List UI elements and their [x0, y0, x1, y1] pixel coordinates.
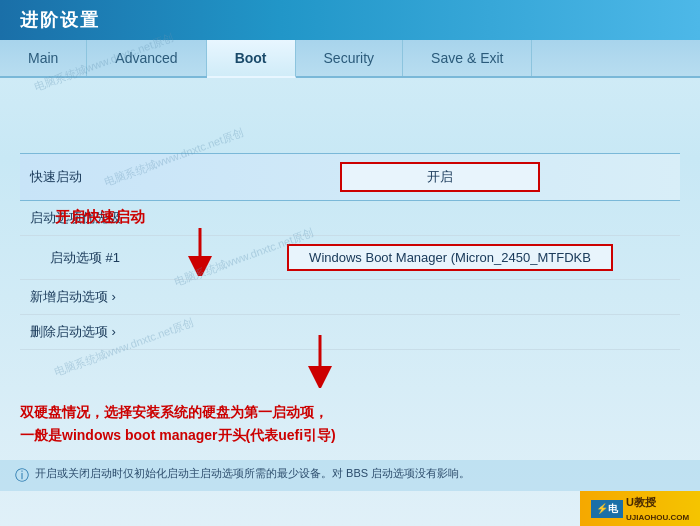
tab-advanced[interactable]: Advanced [87, 40, 206, 76]
info-icon: ⓘ [15, 467, 29, 485]
annotation-bottom-line2: 一般是windows boot manager开头(代表uefi引导) [20, 424, 336, 446]
content-area: 开启快速启动 快速启动 开启 启动选项优先级 [0, 78, 700, 365]
row-fast-boot[interactable]: 快速启动 开启 [20, 153, 680, 201]
row-delete-boot[interactable]: 删除启动选项 [20, 315, 680, 350]
tab-bar: Main Advanced Boot Security Save & Exit [0, 40, 700, 78]
logo-area: ⚡电 U教授UJIAOHOU.COM [580, 491, 700, 526]
arrow-boot-manager [300, 333, 340, 388]
logo-name: U教授UJIAOHOU.COM [626, 495, 689, 522]
value-box-fast-boot: 开启 [340, 162, 540, 192]
tab-save-exit[interactable]: Save & Exit [403, 40, 532, 76]
label-delete-boot: 删除启动选项 [30, 323, 210, 341]
tab-boot[interactable]: Boot [207, 40, 296, 78]
info-text: 开启或关闭启动时仅初始化启动主启动选项所需的最少设备。对 BBS 启动选项没有影… [35, 466, 470, 481]
value-boot-option1: Windows Boot Manager (Micron_2450_MTFDKB [230, 244, 670, 271]
row-add-boot[interactable]: 新增启动选项 [20, 280, 680, 315]
label-add-boot: 新增启动选项 [30, 288, 210, 306]
tab-security[interactable]: Security [296, 40, 404, 76]
page-title: 进阶设置 [20, 10, 100, 30]
arrow-fast-boot [180, 226, 220, 276]
value-fast-boot: 开启 [210, 162, 670, 192]
annotation-bottom-line1: 双硬盘情况，选择安装系统的硬盘为第一启动项， [20, 401, 336, 423]
row-boot-option1[interactable]: 启动选项 #1 Windows Boot Manager (Micron_245… [20, 236, 680, 280]
bottom-annotation: 双硬盘情况，选择安装系统的硬盘为第一启动项， 一般是windows boot m… [20, 401, 336, 446]
logo-brand: ⚡电 [591, 500, 623, 518]
tab-main[interactable]: Main [0, 40, 87, 76]
info-bar: ⓘ 开启或关闭启动时仅初始化启动主启动选项所需的最少设备。对 BBS 启动选项没… [0, 460, 700, 491]
value-box-boot-option1: Windows Boot Manager (Micron_2450_MTFDKB [287, 244, 613, 271]
settings-table: 快速启动 开启 启动选项优先级 启动选项 #1 Windows Boot Man… [20, 153, 680, 350]
annotation-top: 开启快速启动 [55, 208, 145, 227]
title-bar: 进阶设置 [0, 0, 700, 40]
bios-window: 进阶设置 Main Advanced Boot Security Save & … [0, 0, 700, 526]
label-fast-boot: 快速启动 [30, 168, 210, 186]
